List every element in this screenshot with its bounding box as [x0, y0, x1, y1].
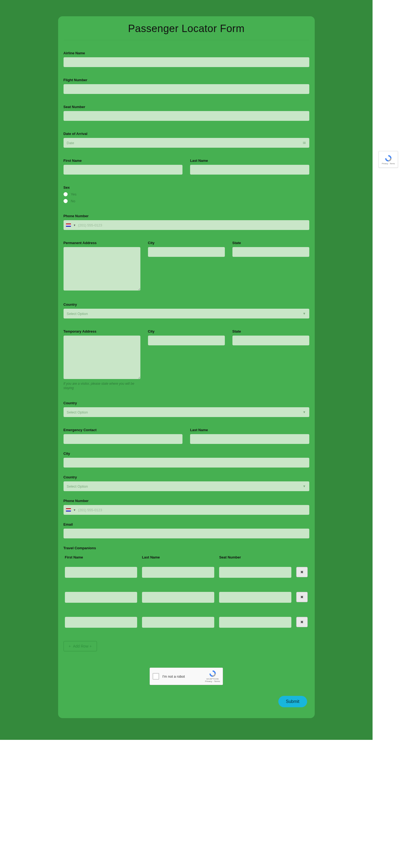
chevron-down-icon: ▼: [73, 508, 76, 512]
companion-row: ✖: [64, 562, 309, 587]
perm-country-label: Country: [63, 303, 309, 307]
emergency-city-label: City: [63, 452, 309, 456]
date-placeholder: Date: [67, 141, 74, 145]
recaptcha-legal-small: Privacy - Terms: [205, 680, 220, 683]
recaptcha-box[interactable]: I'm not a robot reCAPTCHA Privacy - Term…: [150, 668, 223, 685]
chevron-down-icon: ▼: [303, 312, 306, 315]
permanent-address-input[interactable]: [63, 247, 140, 290]
recaptcha-icon: [385, 154, 392, 162]
temp-city-input[interactable]: [148, 336, 225, 345]
emergency-city-input[interactable]: [63, 458, 309, 468]
perm-state-label: State: [232, 241, 309, 245]
chevron-down-icon: ▼: [73, 224, 76, 227]
airline-name-input[interactable]: [63, 57, 309, 67]
seat-number-input[interactable]: [63, 111, 309, 121]
sex-label: Sex: [63, 185, 309, 189]
flight-number-input[interactable]: [63, 84, 309, 94]
page-title: Passenger Locator Form: [63, 16, 309, 40]
delete-row-button[interactable]: ✖: [296, 592, 308, 602]
companion-seat-input[interactable]: [219, 617, 291, 628]
temp-country-label: Country: [63, 401, 309, 405]
travel-companions-label: Travel Companions: [63, 546, 309, 550]
first-name-label: First Name: [63, 159, 183, 163]
companion-last-input[interactable]: [142, 617, 214, 628]
perm-city-input[interactable]: [148, 247, 225, 257]
temp-country-select[interactable]: Select Option ▼: [63, 407, 309, 417]
radio-icon: [63, 199, 68, 203]
emergency-country-placeholder: Select Option: [67, 484, 88, 489]
phone-number-2-input[interactable]: ▼ (201) 555-0123: [63, 505, 309, 515]
date-of-arrival-input[interactable]: Date 📅︎: [63, 138, 309, 148]
perm-city-label: City: [148, 241, 225, 245]
sex-option-no[interactable]: No: [63, 199, 309, 203]
recaptcha-icon: [209, 670, 216, 677]
companion-first-input[interactable]: [65, 567, 137, 578]
companion-seat-input[interactable]: [219, 567, 291, 578]
companion-first-input[interactable]: [65, 617, 137, 628]
delete-row-button[interactable]: ✖: [296, 567, 308, 577]
perm-country-select[interactable]: Select Option ▼: [63, 309, 309, 318]
chevron-down-icon: ▼: [303, 484, 306, 488]
delete-row-button[interactable]: ✖: [296, 617, 308, 627]
companion-row: ✖: [64, 612, 309, 637]
phone-number-input[interactable]: ▼ (201) 555-0123: [63, 220, 309, 230]
close-icon: ✖: [300, 570, 304, 574]
phone2-placeholder: (201) 555-0123: [78, 508, 102, 512]
emergency-last-name-input[interactable]: [190, 434, 309, 444]
companion-last-input[interactable]: [142, 567, 214, 578]
chevron-down-icon: ▼: [303, 410, 306, 414]
date-of-arrival-label: Date of Arrival: [63, 132, 309, 136]
companion-last-input[interactable]: [142, 592, 214, 603]
perm-country-placeholder: Select Option: [67, 312, 88, 316]
emergency-last-name-label: Last Name: [190, 428, 309, 432]
companion-first-input[interactable]: [65, 592, 137, 603]
recaptcha-legal: Privacy - Terms: [382, 163, 395, 164]
recaptcha-text: I'm not a robot: [162, 674, 185, 679]
first-name-input[interactable]: [63, 165, 183, 175]
phone-placeholder: (201) 555-0123: [78, 223, 102, 227]
flight-number-label: Flight Number: [63, 78, 309, 82]
companion-seat-input[interactable]: [219, 592, 291, 603]
temp-state-label: State: [232, 329, 309, 333]
perm-state-input[interactable]: [232, 247, 309, 257]
checkbox-icon: [153, 673, 159, 680]
companions-header-first: First Name: [65, 555, 137, 559]
add-row-label: Add Row +: [73, 644, 92, 648]
companions-header-last: Last Name: [142, 555, 214, 559]
temp-country-placeholder: Select Option: [67, 410, 88, 414]
permanent-address-label: Permanent Address: [63, 241, 140, 245]
emergency-contact-input[interactable]: [63, 434, 183, 444]
recaptcha-logo: reCAPTCHA Privacy - Terms: [205, 670, 220, 683]
emergency-country-label: Country: [63, 475, 309, 479]
temporary-address-hint: If you are a visitor, please state where…: [63, 382, 140, 390]
temporary-address-input[interactable]: [63, 336, 140, 379]
plus-icon: +: [69, 644, 71, 648]
add-row-button[interactable]: + Add Row +: [63, 641, 97, 651]
seat-number-label: Seat Number: [63, 105, 309, 109]
radio-icon: [63, 192, 68, 196]
temp-state-input[interactable]: [232, 336, 309, 345]
flag-icon: [66, 223, 71, 227]
last-name-label: Last Name: [190, 159, 309, 163]
emergency-country-select[interactable]: Select Option ▼: [63, 482, 309, 491]
temporary-address-label: Temporary Address: [63, 329, 140, 333]
close-icon: ✖: [300, 595, 304, 599]
airline-name-label: Airline Name: [63, 51, 309, 55]
companions-table: First Name Last Name Seat Number ✖: [63, 552, 309, 637]
form-card: Passenger Locator Form Airline Name Flig…: [58, 16, 315, 718]
email-label: Email: [63, 522, 309, 526]
flag-icon: [66, 508, 71, 512]
companions-header-seat: Seat Number: [219, 555, 291, 559]
close-icon: ✖: [300, 620, 304, 624]
emergency-contact-label: Emergency Contact: [63, 428, 183, 432]
recaptcha-badge: Privacy - Terms: [379, 151, 398, 168]
submit-button[interactable]: Submit: [278, 696, 307, 707]
email-input[interactable]: [63, 529, 309, 538]
sex-option-yes[interactable]: Yes: [63, 192, 309, 196]
companion-row: ✖: [64, 587, 309, 612]
last-name-input[interactable]: [190, 165, 309, 175]
sex-yes-label: Yes: [71, 192, 77, 196]
phone-number-2-label: Phone Number: [63, 499, 309, 503]
phone-number-label: Phone Number: [63, 214, 309, 218]
calendar-icon: 📅︎: [303, 141, 306, 145]
